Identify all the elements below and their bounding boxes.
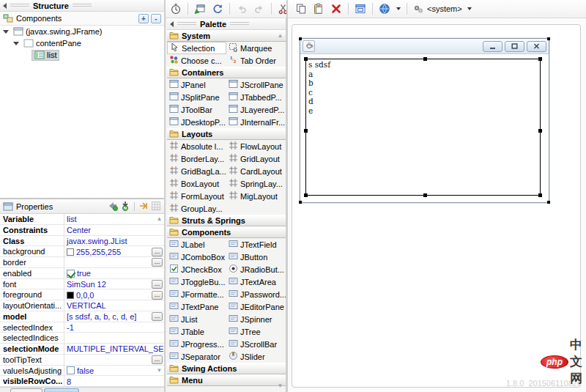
restore-defaults-icon[interactable] <box>151 201 161 212</box>
property-value[interactable]: true <box>64 268 164 278</box>
left-sash[interactable] <box>164 0 166 392</box>
look-and-feel-selector[interactable]: <system> <box>411 3 475 15</box>
palette-item-jprogress[interactable]: JProgress... <box>167 338 226 350</box>
locale-dropdown-icon[interactable] <box>396 7 401 10</box>
ellipsis-editor-button[interactable]: ... <box>152 312 163 321</box>
property-value[interactable]: [s sdsf, a, b, c, d, e] <box>64 311 152 322</box>
tree-node-contentpane[interactable]: contentPane <box>0 37 164 49</box>
expander-icon[interactable] <box>3 30 9 34</box>
property-value[interactable]: false <box>64 366 164 376</box>
palette-item-jseparator[interactable]: JSeparator <box>167 350 226 363</box>
palette-item-formlayout[interactable]: FormLayout <box>167 190 226 202</box>
palette-item-borderlay[interactable]: BorderLay... <box>167 152 226 165</box>
property-value[interactable]: 8 <box>64 376 164 386</box>
palette-item-jtoolbar[interactable]: JToolBar <box>167 103 226 116</box>
scroll-up-icon[interactable]: ▲ <box>277 32 283 39</box>
design-canvas[interactable]: s sdsfabcde 1.8.0_201506110820 php 中文网 <box>288 18 586 392</box>
frame-handle[interactable] <box>547 201 550 204</box>
palette-item-jslider[interactable]: JSlider <box>226 350 286 363</box>
goto-definition-icon[interactable]: N <box>120 201 130 212</box>
redo-button[interactable] <box>251 1 267 17</box>
locale-globe-icon[interactable] <box>377 1 393 17</box>
collapse-panel-icon[interactable] <box>170 21 174 27</box>
palette-item-choose-c[interactable]: Choose c... <box>167 54 226 67</box>
palette-section-containers[interactable]: Containers <box>167 67 286 78</box>
collapse-all-button[interactable]: - <box>151 14 161 23</box>
expander-icon[interactable] <box>13 42 19 45</box>
scroll-down-icon[interactable]: ▼ <box>156 367 163 374</box>
palette-item-jpassword[interactable]: JPassword... <box>226 288 286 300</box>
property-value[interactable]: 255,255,255 <box>64 246 152 256</box>
palette-section-layouts[interactable]: Layouts <box>167 128 286 140</box>
palette-item-selection[interactable]: Selection <box>167 42 226 54</box>
palette-item-jspinner[interactable]: JSpinner <box>226 313 286 325</box>
palette-item-tab-order[interactable]: 12Tab Order <box>226 54 286 67</box>
palette-item-absolute-l[interactable]: Absolute l... <box>167 140 226 152</box>
cut-button[interactable] <box>275 1 292 17</box>
palette-section-swing-actions[interactable]: Swing Actions <box>167 363 286 374</box>
palette-section-struts-springs[interactable]: Struts & Springs <box>167 215 286 226</box>
palette-item-jbutton[interactable]: JButton <box>226 251 286 263</box>
selection-handle[interactable] <box>304 193 308 197</box>
checkbox-icon[interactable] <box>67 366 75 374</box>
refresh-button[interactable] <box>209 1 226 17</box>
palette-item-jlabel[interactable]: JLabel <box>167 238 226 251</box>
property-value[interactable]: SimSun 12 <box>64 279 152 289</box>
frame-handle[interactable] <box>547 37 550 40</box>
close-button[interactable] <box>527 41 546 52</box>
palette-item-flowlayout[interactable]: FlowLayout <box>226 140 286 152</box>
palette-item-jinternalfr[interactable]: JInternalFr... <box>226 116 286 128</box>
palette-item-jformatte[interactable]: JFormatte... <box>167 288 226 300</box>
jframe-preview[interactable]: s sdsfabcde <box>300 38 549 203</box>
show-advanced-properties-icon[interactable] <box>138 201 149 212</box>
grip-handle[interactable] <box>230 22 249 26</box>
palette-item-grouplay[interactable]: GroupLay... <box>167 202 226 215</box>
palette-item-marquee[interactable]: Marquee <box>226 42 286 54</box>
grip-handle[interactable] <box>10 4 29 7</box>
palette-item-boxlayout[interactable]: BoxLayout <box>167 177 226 190</box>
property-value[interactable] <box>64 355 152 365</box>
property-value[interactable]: MULTIPLE_INTERVAL_SEL... <box>64 344 164 354</box>
property-value[interactable]: 0,0,0 <box>64 289 152 300</box>
palette-section-menu[interactable]: Menu <box>167 374 286 386</box>
selection-handle[interactable] <box>423 57 427 61</box>
selection-handle[interactable] <box>304 129 308 133</box>
ellipsis-editor-button[interactable]: ... <box>152 280 163 289</box>
palette-item-jeditorpane[interactable]: JEditorPane <box>226 300 286 313</box>
scroll-up-icon[interactable]: ▲ <box>156 215 163 222</box>
palette-item-jcheckbox[interactable]: JCheckBox <box>167 263 226 275</box>
ellipsis-editor-button[interactable]: ... <box>152 291 163 300</box>
test-preview-button[interactable] <box>168 1 184 17</box>
minimize-button[interactable] <box>483 41 502 52</box>
jlist-widget[interactable]: s sdsfabcde <box>305 59 541 196</box>
ellipsis-editor-button[interactable]: ... <box>152 355 163 364</box>
palette-item-jtabbedp[interactable]: JTabbedP... <box>226 91 286 103</box>
ellipsis-editor-button[interactable]: ... <box>152 258 163 267</box>
palette-item-gridlayout[interactable]: GridLayout <box>226 152 286 165</box>
palette-item-jscrollpane[interactable]: JScrollPane <box>226 78 286 91</box>
palette-item-jtree[interactable]: JTree <box>226 325 286 338</box>
paste-button[interactable] <box>311 1 327 17</box>
property-value[interactable]: -1 <box>64 322 164 333</box>
palette-item-jtextfield[interactable]: JTextField <box>226 238 286 251</box>
palette-item-gridbagla[interactable]: GridBagLa... <box>167 165 226 177</box>
palette-item-jtable[interactable]: JTable <box>167 325 226 338</box>
delete-button[interactable] <box>328 1 344 17</box>
property-value[interactable] <box>64 257 152 267</box>
palette-item-jcombobox[interactable]: JComboBox <box>167 251 226 263</box>
selection-handle[interactable] <box>538 57 542 61</box>
property-value[interactable]: javax.swing.JList <box>64 236 164 246</box>
collapse-panel-icon[interactable] <box>3 3 7 9</box>
palette-item-miglayout[interactable]: MigLayout <box>226 190 286 202</box>
property-value[interactable]: list <box>64 214 164 224</box>
frame-handle[interactable] <box>299 201 302 204</box>
window-settings-button[interactable] <box>352 1 368 17</box>
undo-button[interactable] <box>234 1 250 17</box>
palette-item-jdesktopp[interactable]: JDesktopP... <box>167 116 226 128</box>
look-and-feel-dropdown-icon[interactable] <box>467 7 472 10</box>
expand-all-button[interactable]: + <box>138 14 149 23</box>
frame-handle[interactable] <box>299 37 302 40</box>
selection-handle[interactable] <box>423 193 427 197</box>
selection-handle[interactable] <box>304 57 308 61</box>
palette-item-jsplitpane[interactable]: JSplitPane <box>167 91 226 103</box>
